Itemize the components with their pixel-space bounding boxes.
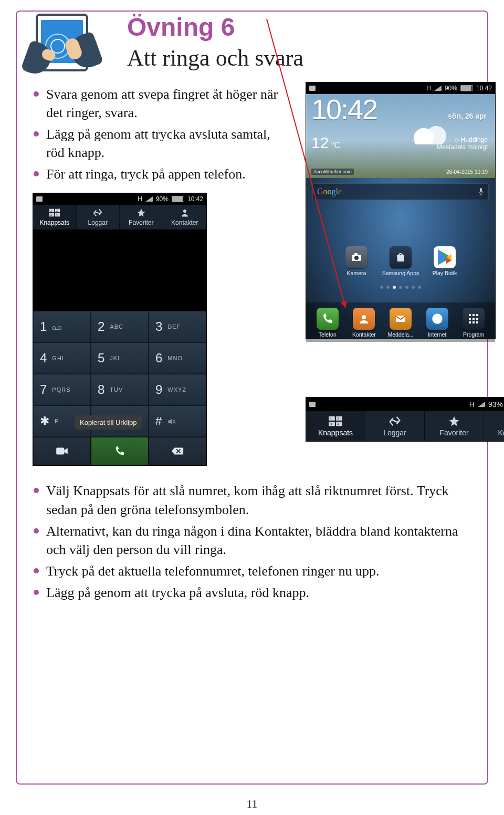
tab-contacts[interactable]: Kontakter	[163, 205, 207, 229]
svg-rect-27	[472, 321, 475, 323]
contact-icon	[353, 308, 375, 330]
app-contacts[interactable]: Kontakter	[346, 308, 383, 338]
tab-label: Favoriter	[129, 219, 153, 226]
svg-text:2: 2	[56, 210, 58, 213]
svg-text:2: 2	[338, 417, 340, 421]
svg-text:4: 4	[56, 214, 58, 217]
tablet-touch-illustration	[25, 12, 99, 75]
star-icon	[447, 415, 461, 427]
svg-rect-13	[480, 188, 482, 192]
call-button[interactable]	[91, 437, 149, 465]
dialer-tabs: 1234 Knappsats Loggar Favoriter	[33, 205, 206, 229]
tab-label: Favoriter	[439, 429, 468, 437]
video-call-button[interactable]	[33, 437, 91, 465]
svg-rect-20	[469, 314, 471, 316]
svg-rect-26	[469, 321, 471, 323]
widget-clock: 10:42	[311, 93, 377, 126]
key-8[interactable]: 8TUV	[91, 374, 149, 405]
tab-favorites[interactable]: Favoriter	[120, 205, 163, 229]
number-field[interactable]	[33, 229, 206, 311]
keypad: 1 2ABC 3DEF 4GHI 5JKL 6MNO 7PQRS 8TUV 9W…	[33, 311, 206, 437]
app-samsung-apps[interactable]: Samsung Apps	[379, 246, 423, 276]
key-7[interactable]: 7PQRS	[33, 374, 91, 405]
page-title: Att ringa och svara	[127, 45, 471, 71]
key-star[interactable]: ✱P Kopierat till Urklipp	[33, 405, 91, 437]
app-play-store[interactable]: Play Butik	[423, 246, 467, 276]
key-5[interactable]: 5JKL	[91, 342, 149, 374]
key-4[interactable]: 4GHI	[33, 342, 91, 374]
tab-label: Loggar	[383, 429, 406, 437]
tab-label: Kontakter	[498, 429, 504, 437]
exercise-label: Övning 6	[127, 13, 471, 41]
tab-logs[interactable]: Loggar	[365, 411, 425, 441]
keypad-icon: 1234	[328, 415, 343, 427]
backspace-button[interactable]	[149, 437, 206, 465]
key-2[interactable]: 2ABC	[91, 311, 149, 342]
key-3[interactable]: 3DEF	[149, 311, 206, 342]
tab-label: Knappsats	[318, 429, 353, 437]
key-hash[interactable]: #	[149, 405, 206, 437]
app-internet[interactable]: Internet	[419, 308, 456, 338]
tab-label: Loggar	[88, 219, 108, 226]
envelope-icon	[390, 308, 412, 330]
key-1[interactable]: 1	[33, 311, 91, 342]
tab-contacts[interactable]: Kontakter	[484, 411, 504, 441]
tab-logs[interactable]: Loggar	[77, 205, 120, 229]
home-apps-row: Kamera Samsung Apps Play Butik	[331, 246, 470, 276]
status-battery-pct: 90%	[156, 195, 169, 203]
status-icon	[309, 402, 316, 407]
svg-rect-25	[476, 318, 478, 320]
status-time: 10:42	[187, 195, 203, 203]
tab-label: Kontakter	[171, 219, 198, 226]
bullet-item: För att ringa, tryck på appen telefon.	[33, 165, 285, 183]
star-icon	[135, 208, 147, 217]
widget-date: sön, 26 apr	[448, 112, 487, 120]
bullet-item: Alternativt, kan du ringa någon i dina K…	[33, 522, 471, 559]
mic-icon[interactable]	[478, 187, 484, 196]
key-6[interactable]: 6MNO	[149, 342, 206, 374]
svg-rect-28	[476, 321, 478, 323]
app-phone[interactable]: Telefon	[309, 308, 346, 338]
status-battery-pct: 90%	[445, 85, 457, 92]
svg-rect-23	[469, 318, 471, 320]
battery-icon	[172, 196, 184, 202]
svg-text:4: 4	[338, 422, 340, 426]
svg-point-10	[58, 327, 61, 330]
status-bar: H 93% 19:04	[306, 398, 504, 411]
home-dock: Telefon Kontakter Meddela... Internet Pr…	[306, 302, 495, 342]
status-icon	[36, 196, 43, 202]
app-camera[interactable]: Kamera	[334, 246, 379, 276]
tab-keypad[interactable]: 1234 Knappsats	[306, 411, 365, 441]
svg-rect-16	[354, 253, 358, 255]
status-net: H	[426, 85, 431, 92]
svg-point-9	[52, 327, 56, 330]
toast-clipboard: Kopierat till Urklipp	[75, 415, 142, 430]
status-time: 10:42	[476, 85, 492, 92]
svg-point-17	[362, 315, 366, 319]
app-apps[interactable]: Program	[455, 308, 492, 338]
svg-text:1: 1	[330, 417, 332, 421]
bullet-item: Lägg på genom att trycka avsluta samtal,…	[33, 125, 285, 162]
widget-location: ◎ Huddinge Mestadels molnigt	[437, 136, 488, 151]
app-messages[interactable]: Meddela...	[382, 308, 419, 338]
instruction-bullets: Välj Knappsats för att slå numret, kom i…	[33, 482, 471, 602]
status-bar: H 90% 10:42	[306, 82, 495, 94]
weather-clock-widget[interactable]: 10:42 sön, 26 apr 12 °C ◎ Huddinge Mesta…	[306, 94, 495, 178]
bullet-item: Svara genom att svepa fingret åt höger n…	[33, 85, 285, 122]
widget-unit: °C	[331, 141, 340, 150]
key-9[interactable]: 9WXYZ	[149, 374, 206, 405]
google-search-bar[interactable]: Google	[312, 183, 489, 200]
tab-favorites[interactable]: Favoriter	[425, 411, 484, 441]
signal-icon	[478, 402, 485, 407]
keypad-icon: 1234	[49, 208, 60, 217]
camera-icon	[345, 246, 368, 268]
tab-keypad[interactable]: 1234 Knappsats	[33, 205, 77, 229]
screenshot-homescreen: H 90% 10:42 10:42 sön, 26 apr 12 °C	[306, 82, 496, 339]
bullet-item: Lägg på genom att trycka på avsluta, röd…	[33, 583, 471, 602]
dialer-tabs: 1234 Knappsats Loggar Favoriter	[306, 411, 504, 441]
signal-icon	[145, 196, 153, 202]
bag-icon	[390, 246, 412, 268]
tab-label: Knappsats	[39, 219, 69, 226]
widget-updated: 26-04-2015 10:19	[446, 169, 488, 175]
svg-rect-22	[476, 314, 478, 316]
